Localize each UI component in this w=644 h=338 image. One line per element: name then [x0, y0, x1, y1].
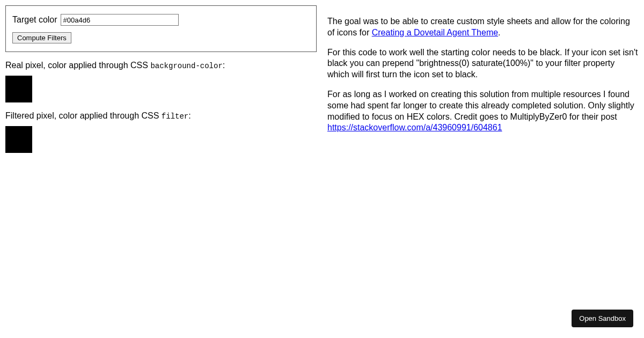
target-color-input[interactable] — [61, 14, 179, 26]
colon-2: : — [188, 111, 191, 120]
open-sandbox-button[interactable]: Open Sandbox — [572, 310, 633, 327]
colon-1: : — [223, 61, 225, 70]
compute-filters-button[interactable]: Compute Filters — [12, 32, 71, 43]
dovetail-theme-link[interactable]: Creating a Dovetail Agent Theme — [372, 28, 498, 37]
description-p1: The goal was to be able to create custom… — [327, 16, 639, 39]
background-color-code: background-color — [150, 62, 222, 70]
real-pixel-label: Real pixel, color applied through CSS ba… — [5, 61, 317, 70]
input-panel: Target color Compute Filters — [5, 5, 317, 52]
p3-prefix: For as long as I worked on creating this… — [327, 90, 634, 121]
filter-code: filter — [162, 112, 188, 121]
p1-suffix: . — [498, 28, 500, 37]
filtered-pixel-text: Filtered pixel, color applied through CS… — [5, 111, 162, 120]
description-p3: For as long as I worked on creating this… — [327, 89, 639, 134]
filtered-pixel-swatch — [5, 126, 32, 153]
filtered-pixel-label: Filtered pixel, color applied through CS… — [5, 111, 317, 121]
target-color-label: Target color — [12, 15, 57, 25]
description-panel: The goal was to be able to create custom… — [327, 5, 639, 159]
description-p2: For this code to work well the starting … — [327, 47, 639, 80]
stackoverflow-link[interactable]: https://stackoverflow.com/a/43960991/604… — [327, 123, 502, 132]
real-pixel-swatch — [5, 76, 32, 102]
real-pixel-text: Real pixel, color applied through CSS — [5, 61, 150, 70]
